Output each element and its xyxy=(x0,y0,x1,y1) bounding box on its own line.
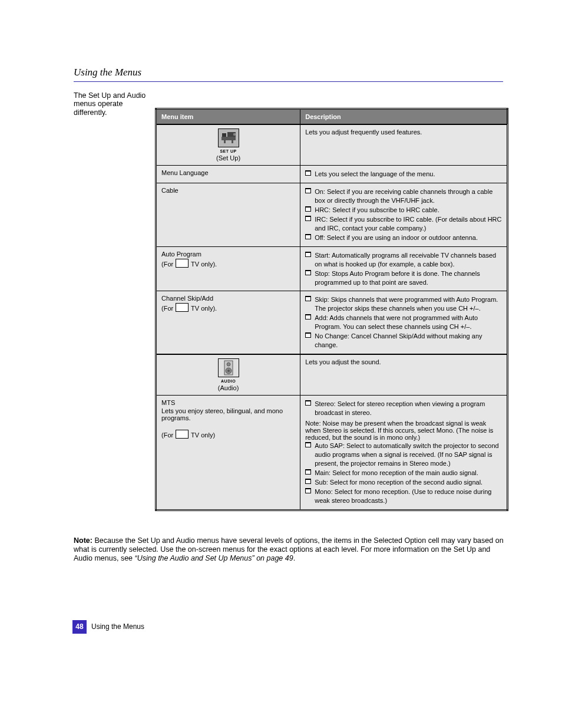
svg-rect-2 xyxy=(222,133,226,137)
note-tail: . xyxy=(293,554,295,562)
bullet-icon xyxy=(305,252,311,257)
menu-cell: SET UP (Set Up) xyxy=(156,124,300,166)
option-item: Off: Select if you are using an indoor o… xyxy=(305,233,502,242)
bullet-icon xyxy=(305,216,311,221)
option-item: Mono: Select for mono reception. (Use to… xyxy=(305,487,502,505)
header-rule xyxy=(74,81,503,82)
option-list: Stereo: Select for stereo reception when… xyxy=(305,400,502,505)
desc-cell: Lets you adjust the sound. xyxy=(300,354,508,396)
option-item: Stop: Stops Auto Program before it is do… xyxy=(305,269,502,287)
menu-cell: Menu Language xyxy=(156,166,300,183)
option-item: Add: Adds channels that were not program… xyxy=(305,314,502,331)
menu-cell: Auto Program(For TV only). xyxy=(156,246,300,291)
svg-point-4 xyxy=(233,133,235,136)
note-xref: “Using the Audio and Set Up Menus” on pa… xyxy=(135,554,293,562)
option-note: Note: Noise may be present when the broa… xyxy=(305,420,502,441)
bullet-icon xyxy=(305,206,311,212)
desc-cell: Lets you select the language of the menu… xyxy=(300,166,508,183)
note-label: Note: xyxy=(74,536,92,545)
table-row: Auto Program(For TV only).Start: Automat… xyxy=(156,246,508,291)
menu-cell: Channel Skip/Add(For TV only). xyxy=(156,291,300,354)
desc-cell: Start: Automatically programs all receiv… xyxy=(300,246,508,291)
option-item: Main: Select for mono reception of the m… xyxy=(305,469,502,477)
col-header-desc: Description xyxy=(300,109,508,125)
bullet-icon xyxy=(305,314,311,319)
bullet-icon xyxy=(305,332,311,338)
svg-point-9 xyxy=(227,363,230,366)
option-item: Lets you select the language of the menu… xyxy=(305,170,502,179)
svg-rect-5 xyxy=(224,140,226,143)
svg-rect-6 xyxy=(232,140,233,143)
section-title: Using the Menus xyxy=(74,67,141,78)
bullet-icon xyxy=(305,442,311,447)
option-item: Sub: Select for mono reception of the se… xyxy=(305,478,502,487)
table-header-row: Menu item Description xyxy=(156,109,508,125)
setup-icon: SET UP (Set Up) xyxy=(161,129,295,162)
bottom-note: Note: Because the Set Up and Audio menus… xyxy=(74,536,504,563)
bullet-icon xyxy=(305,400,311,406)
option-list: Lets you select the language of the menu… xyxy=(305,170,502,179)
bullet-icon xyxy=(305,234,311,239)
desc-cell: Lets you adjust frequently used features… xyxy=(300,124,508,166)
option-list: On: Select if you are receiving cable ch… xyxy=(305,187,502,242)
col-header-menu: Menu item xyxy=(156,109,300,125)
desc-cell: On: Select if you are receiving cable ch… xyxy=(300,183,508,246)
option-item: Start: Automatically programs all receiv… xyxy=(305,251,502,269)
bullet-icon xyxy=(305,296,311,301)
svg-point-11 xyxy=(227,370,230,372)
lead-paragraph: The Set Up and Audio menus operate diffe… xyxy=(74,91,150,117)
option-item: Auto SAP: Select to automatically switch… xyxy=(305,442,502,468)
footer-text: Using the Menus xyxy=(91,620,144,634)
option-list: Skip: Skips channels that were programme… xyxy=(305,295,502,350)
bullet-icon xyxy=(305,270,311,275)
option-item: Skip: Skips channels that were programme… xyxy=(305,295,502,313)
audio-icon-caption: AUDIO xyxy=(161,379,295,383)
page-number-badge: 48 xyxy=(72,620,87,634)
option-item: No Change: Cancel Channel Skip/Add witho… xyxy=(305,332,502,350)
table-row: MTSLets you enjoy stereo, bilingual, and… xyxy=(156,396,508,510)
option-list: Start: Automatically programs all receiv… xyxy=(305,251,502,287)
bullet-icon xyxy=(305,188,311,193)
bullet-icon xyxy=(305,469,311,475)
menu-cell: Cable xyxy=(156,183,300,246)
table-row: CableOn: Select if you are receiving cab… xyxy=(156,183,508,246)
table-row: AUDIO (Audio) Lets you adjust the sound. xyxy=(156,354,508,396)
option-item: IRC: Select if you subscribe to IRC cabl… xyxy=(305,215,502,233)
table-row: Channel Skip/Add(For TV only).Skip: Skip… xyxy=(156,291,508,354)
bullet-icon xyxy=(305,479,311,484)
svg-rect-1 xyxy=(222,137,236,140)
table-row: SET UP (Set Up) Lets you adjust frequent… xyxy=(156,124,508,166)
setup-icon-caption: SET UP xyxy=(161,149,295,153)
bullet-icon xyxy=(305,170,311,176)
bullet-icon xyxy=(305,488,311,493)
table-row: Menu LanguageLets you select the languag… xyxy=(156,166,508,183)
menu-cell: MTSLets you enjoy stereo, bilingual, and… xyxy=(156,396,300,510)
option-item: HRC: Select if you subscribe to HRC cabl… xyxy=(305,206,502,215)
desc-cell: Stereo: Select for stereo reception when… xyxy=(300,396,508,510)
option-item: Stereo: Select for stereo reception when… xyxy=(305,400,502,417)
audio-icon: AUDIO (Audio) xyxy=(161,358,295,391)
desc-cell: Skip: Skips channels that were programme… xyxy=(300,291,508,354)
option-item: On: Select if you are receiving cable ch… xyxy=(305,187,502,205)
menu-cell: AUDIO (Audio) xyxy=(156,354,300,396)
menu-table: Menu item Description SET UP (Set Up) Le… xyxy=(155,108,508,511)
